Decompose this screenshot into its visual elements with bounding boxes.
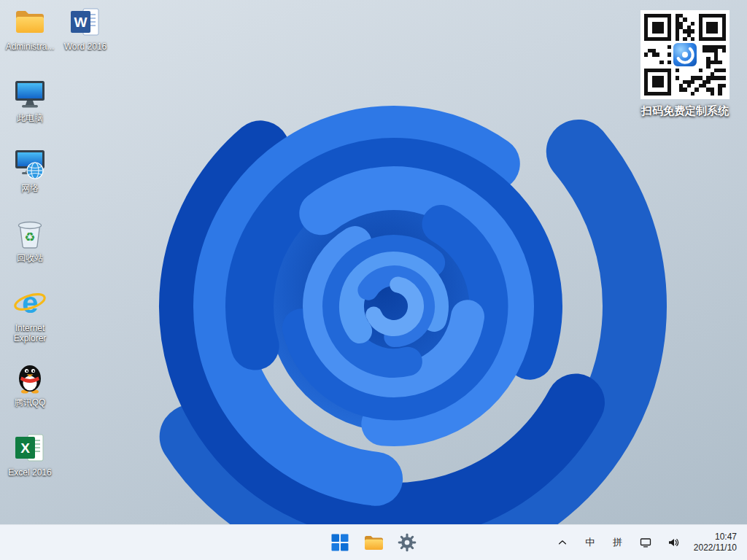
desktop: Administra... W Word 2016	[0, 0, 747, 525]
desktop-icon-recycle-bin[interactable]: ♻ 回收站	[1, 216, 58, 263]
svg-text:e: e	[22, 287, 38, 319]
desktop-icon-qq[interactable]: 腾讯QQ	[1, 360, 58, 408]
recycle-bin-icon: ♻	[12, 216, 47, 251]
start-button[interactable]	[325, 528, 355, 557]
clock-date: 2022/11/10	[694, 542, 737, 553]
this-pc-icon	[12, 76, 47, 111]
start-icon	[331, 534, 349, 551]
desktop-icon-network[interactable]: 网络	[1, 146, 58, 193]
clock-time: 10:47	[715, 532, 737, 542]
word-icon: W	[68, 4, 103, 39]
settings-button[interactable]	[392, 528, 422, 557]
desktop-icon-excel[interactable]: X Excel 2016	[1, 430, 58, 478]
network-tray-button[interactable]	[632, 528, 659, 557]
excel-icon: X	[12, 430, 47, 465]
desktop-icon-label: Administra...	[6, 42, 55, 52]
settings-gear-icon	[398, 533, 417, 552]
hidden-icons-chevron[interactable]	[549, 528, 576, 557]
taskbar-center-buttons	[325, 525, 422, 560]
desktop-icon-label: 腾讯QQ	[15, 397, 46, 408]
desktop-icon-label: Word 2016	[64, 42, 107, 52]
network-icon	[12, 146, 47, 181]
folder-icon	[12, 4, 47, 39]
desktop-icon-administrator[interactable]: Administra...	[1, 4, 58, 52]
desktop-icon-label: Excel 2016	[8, 467, 51, 478]
browser-logo-icon	[672, 42, 698, 68]
qr-code	[640, 10, 729, 99]
network-tray-icon	[640, 537, 651, 548]
desktop-icon-label: 网络	[21, 183, 39, 193]
qr-code-block: 扫码免费定制系统	[630, 10, 740, 118]
svg-text:♻: ♻	[24, 230, 35, 244]
desktop-icon-word[interactable]: W Word 2016	[57, 4, 114, 52]
taskbar: 中 拼 10:47 2022/11/10	[0, 524, 747, 560]
ime-mode-indicator[interactable]: 拼	[605, 528, 631, 557]
ime-language-indicator[interactable]: 中	[577, 528, 603, 557]
svg-text:X: X	[20, 440, 30, 456]
svg-text:W: W	[74, 15, 88, 30]
system-tray: 中 拼 10:47 2022/11/10	[549, 525, 743, 560]
taskbar-clock[interactable]: 10:47 2022/11/10	[688, 528, 743, 557]
file-explorer-button[interactable]	[359, 528, 388, 557]
volume-button[interactable]	[660, 528, 686, 557]
desktop-icon-label: 回收站	[17, 253, 43, 263]
internet-explorer-icon: e	[12, 286, 47, 321]
desktop-icon-label: 此电脑	[17, 113, 43, 123]
volume-icon	[667, 537, 679, 548]
desktop-icon-internet-explorer[interactable]: e Internet Explorer	[1, 286, 58, 343]
desktop-icon-label: Internet Explorer	[1, 323, 58, 343]
file-explorer-icon	[364, 534, 383, 551]
tencent-qq-icon	[12, 360, 47, 395]
qr-caption: 扫码免费定制系统	[641, 104, 729, 118]
desktop-icon-this-pc[interactable]: 此电脑	[1, 76, 58, 123]
chevron-up-icon	[557, 537, 568, 548]
